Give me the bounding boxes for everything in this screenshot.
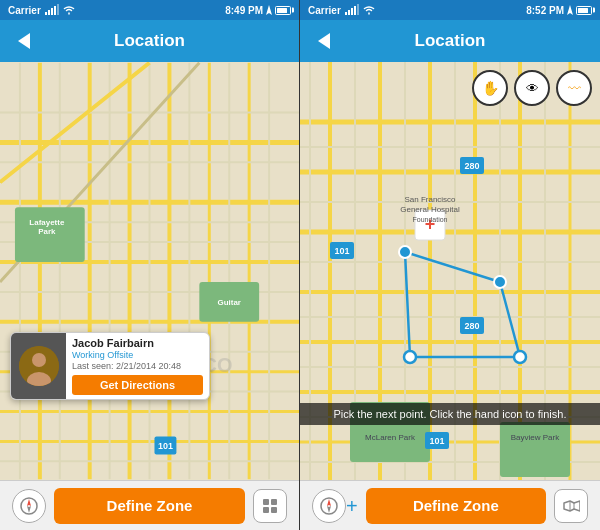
tooltip-text: Pick the next point. Click the hand icon… <box>334 408 567 420</box>
map-toolbar: ✋ 👁 〰 <box>472 70 592 106</box>
chart-icon: 〰 <box>568 81 581 96</box>
compass-icon-left <box>20 497 38 515</box>
svg-rect-79 <box>500 422 570 477</box>
eye-tool-button[interactable]: 👁 <box>514 70 550 106</box>
carrier-right: Carrier <box>308 5 341 16</box>
svg-text:General Hospital: General Hospital <box>400 205 460 214</box>
location-arrow-right <box>567 5 573 15</box>
svg-text:280: 280 <box>464 321 479 331</box>
status-right-left: 8:49 PM <box>225 5 291 16</box>
time-left: 8:49 PM <box>225 5 263 16</box>
map-svg-left: 101 SAN FRANCISCO Lafayette Park Guitar <box>0 62 299 480</box>
hand-icon: ✋ <box>482 80 499 96</box>
map-style-button-right[interactable] <box>554 489 588 523</box>
avatar-image <box>19 346 59 386</box>
svg-text:McLaren Park: McLaren Park <box>365 433 416 442</box>
chart-tool-button[interactable]: 〰 <box>556 70 592 106</box>
back-button-left[interactable] <box>8 25 40 57</box>
plus-button-right[interactable]: + <box>346 496 358 516</box>
back-arrow-right <box>318 33 330 49</box>
right-panel: Carrier 8:52 PM <box>300 0 600 530</box>
signal-bars-right <box>345 5 359 15</box>
user-card: Jacob Fairbairn Working Offsite Last see… <box>10 332 210 400</box>
left-panel: Carrier 8:49 PM <box>0 0 300 530</box>
map-area-right[interactable]: + 280 280 101 101 San Francisco General … <box>300 62 600 480</box>
get-directions-button[interactable]: Get Directions <box>72 375 203 395</box>
status-left-right: Carrier <box>308 5 375 16</box>
svg-text:San Francisco: San Francisco <box>404 195 456 204</box>
svg-marker-100 <box>327 499 331 506</box>
svg-point-41 <box>32 353 46 367</box>
svg-marker-101 <box>327 506 331 513</box>
signal-bars-left <box>45 5 59 15</box>
user-status: Working Offsite <box>72 350 203 360</box>
location-arrow-left <box>266 5 272 15</box>
back-button-right[interactable] <box>308 25 340 57</box>
status-right-right: 8:52 PM <box>526 5 592 16</box>
svg-marker-50 <box>567 5 573 15</box>
bottom-bar-left: Define Zone <box>0 480 299 530</box>
svg-text:Foundation: Foundation <box>412 216 447 223</box>
user-card-info: Jacob Fairbairn Working Offsite Last see… <box>66 333 209 399</box>
compass-button-left[interactable] <box>12 489 46 523</box>
hand-tool-button[interactable]: ✋ <box>472 70 508 106</box>
svg-marker-0 <box>266 5 272 15</box>
svg-text:101: 101 <box>429 436 444 446</box>
map-style-button-left[interactable] <box>253 489 287 523</box>
bottom-bar-right: + Define Zone <box>300 480 600 530</box>
page-title-left: Location <box>114 31 185 51</box>
svg-rect-48 <box>263 507 269 513</box>
svg-marker-44 <box>27 499 31 506</box>
compass-icon-right <box>320 497 338 515</box>
header-right: Location <box>300 20 600 62</box>
header-left: Location <box>0 20 299 62</box>
user-last-seen: Last seen: 2/21/2014 20:48 <box>72 361 203 371</box>
status-bar-right: Carrier 8:52 PM <box>300 0 600 20</box>
wifi-icon-left <box>63 5 75 15</box>
svg-text:Bayview Park: Bayview Park <box>511 433 560 442</box>
svg-text:Guitar: Guitar <box>217 298 240 307</box>
map-style-icon-left <box>261 497 279 515</box>
compass-button-right[interactable] <box>312 489 346 523</box>
svg-rect-46 <box>263 499 269 505</box>
status-left-left: Carrier <box>8 5 75 16</box>
svg-text:280: 280 <box>464 161 479 171</box>
svg-text:Park: Park <box>38 227 56 236</box>
map-area-left[interactable]: 101 SAN FRANCISCO Lafayette Park Guitar … <box>0 62 299 480</box>
svg-rect-49 <box>271 507 277 513</box>
svg-text:101: 101 <box>334 246 349 256</box>
tooltip-bar: Pick the next point. Click the hand icon… <box>300 403 600 425</box>
wifi-icon-right <box>363 5 375 15</box>
eye-icon: 👁 <box>526 81 539 96</box>
svg-marker-45 <box>27 506 31 513</box>
back-arrow-left <box>18 33 30 49</box>
status-bar-left: Carrier 8:49 PM <box>0 0 299 20</box>
define-zone-button-right[interactable]: Define Zone <box>366 488 546 524</box>
battery-right <box>576 6 592 15</box>
svg-text:101: 101 <box>158 441 173 451</box>
page-title-right: Location <box>415 31 486 51</box>
time-right: 8:52 PM <box>526 5 564 16</box>
define-zone-button-left[interactable]: Define Zone <box>54 488 245 524</box>
carrier-left: Carrier <box>8 5 41 16</box>
svg-rect-47 <box>271 499 277 505</box>
user-name: Jacob Fairbairn <box>72 337 203 349</box>
map-style-icon-right <box>562 497 580 515</box>
user-avatar <box>11 333 66 399</box>
svg-text:Lafayette: Lafayette <box>29 218 65 227</box>
battery-left <box>275 6 291 15</box>
